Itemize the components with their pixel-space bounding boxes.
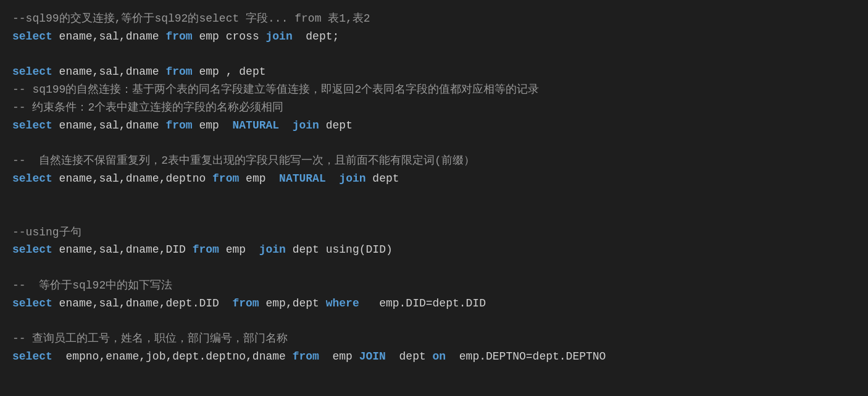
- keyword: NATURAL: [232, 119, 279, 132]
- code-line-19: select empno,ename,job,dept.deptno,dname…: [12, 348, 856, 366]
- code-text: emp.DID=dept.DID: [359, 297, 486, 310]
- code-text: dept: [366, 172, 399, 185]
- code-line-0: --sql99的交叉连接,等价于sql92的select 字段... from …: [12, 10, 856, 28]
- keyword: join: [259, 243, 286, 256]
- comment-text: --sql99的交叉连接,等价于sql92的select 字段... from …: [12, 12, 370, 25]
- code-text: dept using(DID): [286, 243, 393, 256]
- code-line-6: select ename,sal,dname from emp NATURAL …: [12, 117, 856, 135]
- keyword: select: [12, 350, 52, 363]
- code-text: [279, 119, 293, 132]
- keyword: from: [165, 65, 192, 78]
- code-text: ename,sal,dname: [52, 119, 166, 132]
- code-text: emp , dept: [193, 65, 266, 78]
- keyword: select: [12, 30, 52, 43]
- code-line-4: -- sq199的自然连接：基于两个表的同名字段建立等值连接，即返回2个表同名字…: [12, 81, 856, 99]
- code-editor: --sql99的交叉连接,等价于sql92的select 字段... from …: [12, 10, 856, 366]
- code-text: emp: [239, 172, 279, 185]
- keyword: on: [433, 350, 446, 363]
- code-line-11: [12, 206, 856, 224]
- code-text: emp,dept: [259, 297, 326, 310]
- code-text: dept: [319, 119, 353, 132]
- code-text: ename,sal,dname,dept.DID: [52, 297, 233, 310]
- comment-text: -- 自然连接不保留重复列，2表中重复出现的字段只能写一次，且前面不能有限定词(…: [12, 154, 475, 167]
- keyword: select: [12, 119, 52, 132]
- code-line-14: [12, 259, 856, 277]
- code-line-17: [12, 313, 856, 331]
- code-text: ename,sal,dname: [52, 30, 166, 43]
- code-line-10: [12, 188, 856, 206]
- code-line-18: -- 查询员工的工号，姓名，职位，部门编号，部门名称: [12, 330, 856, 348]
- code-line-8: -- 自然连接不保留重复列，2表中重复出现的字段只能写一次，且前面不能有限定词(…: [12, 152, 856, 170]
- code-text: emp cross: [193, 30, 266, 43]
- code-text: emp.DEPTNO=dept.DEPTNO: [446, 350, 606, 363]
- keyword: from: [165, 119, 192, 132]
- comment-text: -- sq199的自然连接：基于两个表的同名字段建立等值连接，即返回2个表同名字…: [12, 83, 539, 96]
- keyword: select: [12, 297, 52, 310]
- keyword: from: [212, 172, 239, 185]
- comment-text: --using子句: [12, 226, 81, 238]
- code-text: [326, 172, 340, 185]
- keyword: join: [339, 172, 365, 185]
- keyword: join: [266, 30, 293, 43]
- code-text: emp: [193, 119, 233, 132]
- comment-text: -- 等价于sql92中的如下写法: [12, 279, 172, 292]
- keyword: from: [293, 350, 319, 363]
- keyword: NATURAL: [279, 172, 326, 185]
- code-text: dept: [386, 350, 433, 363]
- code-line-5: -- 约束条件：2个表中建立连接的字段的名称必须相同: [12, 99, 856, 117]
- code-line-2: [12, 46, 856, 64]
- keyword: join: [293, 119, 319, 132]
- code-line-15: -- 等价于sql92中的如下写法: [12, 277, 856, 295]
- keyword: JOIN: [359, 350, 386, 363]
- keyword: where: [326, 297, 359, 310]
- code-line-1: select ename,sal,dname from emp cross jo…: [12, 28, 856, 46]
- code-line-3: select ename,sal,dname from emp , dept: [12, 63, 856, 81]
- code-text: dept;: [293, 30, 340, 43]
- keyword: from: [165, 30, 192, 43]
- code-line-13: select ename,sal,dname,DID from emp join…: [12, 241, 856, 259]
- keyword: select: [12, 172, 52, 185]
- comment-text: -- 查询员工的工号，姓名，职位，部门编号，部门名称: [12, 332, 288, 345]
- code-text: empno,ename,job,dept.deptno,dname: [52, 350, 293, 363]
- keyword: from: [232, 297, 259, 310]
- code-text: ename,sal,dname,DID: [52, 243, 193, 256]
- code-line-12: --using子句: [12, 224, 856, 242]
- code-line-9: select ename,sal,dname,deptno from emp N…: [12, 170, 856, 188]
- code-text: emp: [319, 350, 359, 363]
- code-text: emp: [219, 243, 259, 256]
- code-text: ename,sal,dname: [52, 65, 166, 78]
- code-line-7: [12, 135, 856, 153]
- keyword: from: [193, 243, 219, 256]
- keyword: select: [12, 65, 52, 78]
- code-line-16: select ename,sal,dname,dept.DID from emp…: [12, 295, 856, 313]
- code-text: ename,sal,dname,deptno: [52, 172, 212, 185]
- comment-text: -- 约束条件：2个表中建立连接的字段的名称必须相同: [12, 101, 283, 114]
- keyword: select: [12, 243, 52, 256]
